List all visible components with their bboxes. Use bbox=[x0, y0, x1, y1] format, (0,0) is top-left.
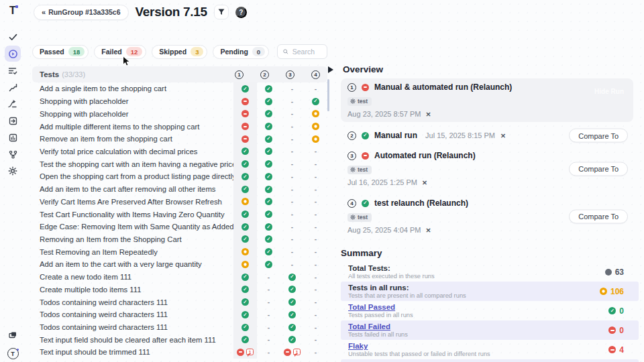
gear-icon bbox=[350, 99, 356, 104]
table-row[interactable]: Remove an item from the shopping cart bbox=[32, 133, 327, 145]
table-row[interactable]: Add an item to the cart after removing a… bbox=[32, 183, 327, 196]
compare-to-button[interactable]: Compare To bbox=[569, 209, 628, 223]
run-item[interactable]: 2 Manual run Jul 15, 2025 8:15 PM✕ Compa… bbox=[341, 128, 633, 143]
help-button[interactable]: ? bbox=[235, 7, 247, 18]
compare-to-button[interactable]: Compare To bbox=[569, 129, 628, 143]
status-cell bbox=[280, 208, 304, 221]
search-box[interactable] bbox=[277, 44, 327, 59]
steps-icon[interactable] bbox=[5, 79, 21, 95]
table-row[interactable]: Add an item to the cart with a very larg… bbox=[32, 258, 327, 271]
back-to-rungroup-button[interactable]: « RunGroup #13a335c6 bbox=[34, 5, 129, 20]
summary-row-label[interactable]: Tests in all runs: bbox=[348, 284, 600, 292]
filter-button-skipped[interactable]: Skipped 3 bbox=[152, 45, 207, 59]
gear-icon[interactable] bbox=[5, 163, 21, 179]
table-row[interactable]: Test Removing an Item Repeatedly bbox=[32, 245, 327, 258]
table-row[interactable]: Verify Cart Items Are Preserved After Br… bbox=[32, 195, 327, 208]
table-row[interactable]: Test Cart Functionality with Items Havin… bbox=[32, 208, 327, 221]
run-column-2[interactable]: 2 bbox=[260, 70, 269, 79]
summary-row[interactable]: Total Failed Tests failed in all runs 0 bbox=[341, 320, 639, 340]
status-cell bbox=[304, 95, 327, 108]
comment-flag-icon[interactable]: 1 bbox=[246, 349, 254, 355]
table-row[interactable]: Text input field should be cleared after… bbox=[32, 333, 327, 346]
table-row[interactable]: Text input should be trimmed 111 11 bbox=[32, 346, 327, 359]
test-name: Add multiple different items to the shop… bbox=[32, 123, 233, 131]
status-cell bbox=[257, 133, 280, 145]
passed-status-icon bbox=[362, 200, 369, 207]
run-column-3[interactable]: 3 bbox=[286, 70, 294, 79]
remove-run-icon[interactable]: ✕ bbox=[425, 227, 431, 234]
tasks-check-icon[interactable] bbox=[5, 29, 21, 45]
filter-button-passed[interactable]: Passed 18 bbox=[32, 45, 89, 59]
page-title: Version 7.15 bbox=[136, 5, 207, 19]
no-run-dash bbox=[265, 286, 272, 293]
report-chart-icon[interactable] bbox=[5, 129, 21, 145]
summary-row[interactable]: Tests in all runs: Tests that are presen… bbox=[341, 282, 639, 301]
run-list: 1 Manual & automated run (Relaunch) test… bbox=[328, 78, 644, 238]
summary-row-description: Tests that are present in all compared r… bbox=[348, 292, 600, 299]
status-cell bbox=[280, 158, 304, 170]
status-cell bbox=[304, 82, 327, 95]
table-row[interactable]: Verify total price calculation with deci… bbox=[32, 145, 327, 158]
summary-row-label[interactable]: Flaky bbox=[348, 342, 608, 350]
table-row[interactable]: Todos containing weird characters 111 bbox=[32, 321, 327, 334]
summary-row[interactable]: Revieved Previously failing that passed … bbox=[341, 359, 639, 362]
filter-funnel-button[interactable] bbox=[214, 5, 229, 19]
run-item[interactable]: 4 test relaunch (Relaunch) test Aug 25, … bbox=[341, 194, 633, 238]
table-row[interactable]: Shopping with placeholder bbox=[32, 95, 327, 108]
import-box-icon[interactable] bbox=[5, 113, 21, 129]
passed-status-icon bbox=[241, 311, 249, 318]
status-cell bbox=[280, 107, 304, 120]
summary-row-label[interactable]: Total Passed bbox=[348, 303, 608, 311]
table-row[interactable]: Test the shopping cart with an item havi… bbox=[32, 158, 327, 170]
run-column-1[interactable]: 1 bbox=[235, 70, 244, 79]
table-row[interactable]: Open the shopping cart from a product li… bbox=[32, 170, 327, 183]
filter-button-failed[interactable]: Failed 12 bbox=[94, 45, 146, 59]
status-cell bbox=[233, 133, 257, 145]
table-row[interactable]: Shopping with placeholder bbox=[32, 107, 327, 120]
status-cell bbox=[233, 333, 257, 346]
table-row[interactable]: Create a new todo item 111 bbox=[32, 271, 327, 284]
passed-status-icon bbox=[288, 286, 296, 293]
run-column-4[interactable]: 4 bbox=[311, 70, 320, 79]
passed-status-icon bbox=[288, 298, 296, 306]
filter-count-badge: 18 bbox=[68, 47, 85, 56]
branch-arrows-icon[interactable] bbox=[5, 96, 21, 112]
run-date: Aug 25, 2025 4:04 PM bbox=[347, 226, 421, 234]
remove-run-icon[interactable]: ✕ bbox=[500, 132, 506, 139]
status-cell bbox=[304, 208, 327, 221]
list-check-icon[interactable] bbox=[5, 62, 21, 78]
library-books-icon[interactable] bbox=[5, 327, 21, 343]
table-row[interactable]: Add a single item to the shopping cart bbox=[32, 82, 327, 95]
failed-status-icon bbox=[362, 152, 369, 160]
run-item[interactable]: 3 Automated run (Relaunch) test Jul 16, … bbox=[341, 147, 633, 190]
table-row[interactable]: Create multiple todo items 111 bbox=[32, 284, 327, 296]
summary-row[interactable]: Total Tests: All tests executed in these… bbox=[341, 262, 639, 282]
table-row[interactable]: Removing an Item from the Shopping Cart bbox=[32, 233, 327, 246]
table-row[interactable]: Edge Case: Removing Item with Same Quant… bbox=[32, 221, 327, 233]
git-fork-icon[interactable] bbox=[5, 146, 21, 162]
table-row[interactable]: Todos containing weird characters 111 bbox=[32, 296, 327, 308]
status-cell bbox=[233, 195, 257, 208]
no-run-dash bbox=[312, 160, 319, 168]
skipped-status-icon bbox=[312, 110, 319, 117]
comment-flag-icon[interactable]: 1 bbox=[293, 349, 301, 355]
filter-count-badge: 12 bbox=[126, 47, 143, 56]
user-avatar[interactable]: T bbox=[7, 348, 19, 359]
remove-run-icon[interactable]: ✕ bbox=[425, 111, 431, 118]
table-row[interactable]: Todos containing weird characters 111 bbox=[32, 308, 327, 321]
runs-play-circle-icon[interactable] bbox=[5, 46, 21, 62]
summary-row[interactable]: Flaky Unstable tests that passed or fail… bbox=[341, 340, 639, 359]
passed-status-icon bbox=[265, 186, 272, 193]
remove-run-icon[interactable]: ✕ bbox=[422, 179, 427, 186]
app-logo[interactable]: T bbox=[9, 5, 16, 17]
filter-button-pending[interactable]: Pending 0 bbox=[213, 45, 269, 59]
summary-row-label[interactable]: Total Failed bbox=[348, 322, 608, 330]
search-input[interactable] bbox=[292, 48, 321, 56]
run-item[interactable]: 1 Manual & automated run (Relaunch) test… bbox=[341, 78, 633, 122]
summary-row[interactable]: Total Passed Tests passed in all runs 0 bbox=[341, 301, 639, 320]
table-row[interactable]: Add multiple different items to the shop… bbox=[32, 120, 327, 133]
compare-to-button[interactable]: Compare To bbox=[569, 162, 628, 176]
run-tag-label: test bbox=[358, 214, 368, 221]
collapse-panel-icon[interactable] bbox=[328, 66, 333, 73]
summary-row-label[interactable]: Total Tests: bbox=[348, 264, 605, 272]
